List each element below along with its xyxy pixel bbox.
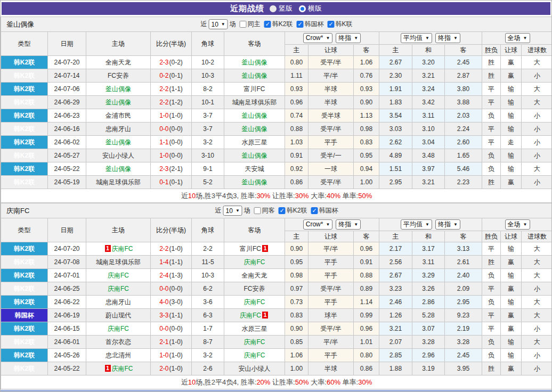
team-link[interactable]: 釜山偶像 [105,85,131,93]
avg-draw: 3.19 [412,362,445,375]
team-link[interactable]: 城南足球俱乐部 [232,99,277,106]
odds-stage-select[interactable]: 终指▼ [336,219,361,230]
team-link[interactable]: 庆南FC [244,338,265,346]
team-link[interactable]: 釜山偶像 [242,125,267,133]
layout-radio-0[interactable]: 竖版 [270,4,293,13]
same-venue-checkbox[interactable]: 同客 [254,206,275,215]
avg-away: 3.80 [445,83,482,96]
team-name[interactable]: 釜山偶像 [6,20,34,29]
league-checkbox-2[interactable]: 韩K联 [327,20,352,29]
team-link[interactable]: 釜山偶像 [242,112,267,119]
average-stage-select[interactable]: 终指▼ [435,219,460,230]
team-section-1: 庆南FC近10▼场同客韩K2联韩国杯类型日期主场比分(半场)角球客场Crow*▼… [1,203,552,389]
team-link[interactable]: 庆南FC [108,325,129,332]
team-link[interactable]: 安山小绿人 [239,365,271,372]
team-link[interactable]: 庆南FC [108,285,129,292]
team-name[interactable]: 庆南FC [6,206,29,216]
team-link[interactable]: 城南足球俱乐部 [96,178,141,186]
team-link[interactable]: 釜山偶像 [105,138,131,146]
scope-select[interactable]: 全场▼ [505,33,530,43]
league-checkbox-0[interactable]: 韩K2联 [279,206,307,215]
home-team-cell: 庆南FC [86,322,151,336]
team-link[interactable]: 釜山偶像 [242,72,267,79]
team-link[interactable]: 全南天龙 [242,272,267,279]
team-link[interactable]: 水原三星 [242,325,267,332]
corner-cell: 3-10 [192,149,224,162]
avg-home: 3.54 [379,109,412,123]
team-link[interactable]: 首尔衣恋 [105,338,131,346]
team-link[interactable]: 全南天龙 [105,59,131,66]
team-link[interactable]: 富川FC [240,245,261,252]
league-checkbox-1[interactable]: 韩国杯 [311,206,338,215]
summary-text: 20% [256,378,270,386]
team-link[interactable]: 水原三星 [242,138,267,146]
team-link[interactable]: 忠南牙山 [105,298,131,306]
team-link[interactable]: 釜山偶像 [105,165,131,173]
result-goals: 大 [522,162,552,176]
fulltime-score: 2-3 [159,59,168,66]
team-link[interactable]: 金浦市民 [105,112,131,119]
odds-stage-select[interactable]: 终指▼ [336,33,361,43]
team-link[interactable]: 庆南FC [244,258,265,266]
average-stage-select[interactable]: 终指▼ [435,33,460,43]
league-checkbox-2-label: 韩K联 [335,20,352,29]
avg-away: 3.95 [445,362,482,375]
team-link[interactable]: 蔚山现代 [105,312,131,319]
league-checkbox-1[interactable]: 韩国杯 [296,20,323,29]
team-link[interactable]: 天安城 [245,165,264,173]
match-count-select[interactable]: 10▼ [209,19,228,29]
team-link[interactable]: 庆南FC [112,245,133,252]
home-team-cell: 1庆南FC [86,242,151,256]
team-link[interactable]: 城南足球俱乐部 [96,258,141,266]
summary-row: 近10场,胜3平4负3, 胜率:30% 让胜率:30% 大率:40% 单率:50… [1,189,552,203]
column-header: 日期 [48,32,86,56]
avg-draw: 3.17 [412,242,445,256]
team-link[interactable]: 釜山偶像 [242,59,267,66]
avg-draw: 3.11 [412,109,445,123]
bookmaker-select[interactable]: Crow*▼ [303,33,333,43]
column-header: 比分(半场) [151,218,192,242]
result-goals: 小 [522,282,552,296]
home-team-cell: 金浦市民 [86,109,151,123]
league-checkbox-0[interactable]: 韩K2联 [264,20,293,29]
team-link[interactable]: 釜山偶像 [242,178,267,186]
team-link[interactable]: 忠北清州 [105,352,131,359]
team-link[interactable]: 庆南FC [244,352,265,359]
same-venue-checkbox[interactable]: 同主 [240,20,261,29]
team-link[interactable]: 庆南FC [244,298,265,306]
bookmaker-select-value: Crow* [306,220,323,228]
summary-text: 50% [358,192,372,200]
result-handicap: 输 [501,349,522,362]
avg-home: 1.83 [379,96,412,109]
odds-home: 0.97 [285,282,309,296]
scope-select[interactable]: 全场▼ [505,219,530,230]
team-link[interactable]: 安山小绿人 [102,152,134,159]
team-link[interactable]: 庆南FC [240,312,261,319]
league-type-cell: 韩K2联 [1,109,48,123]
result-wdl: 胜 [482,362,501,375]
average-select[interactable]: 平均值▼ [401,219,432,230]
sub-column-header: 和 [412,45,445,56]
team-link[interactable]: FC安养 [108,72,129,79]
team-link[interactable]: 富川FC [244,85,265,93]
chevron-down-icon: ▼ [453,222,458,227]
result-wdl: 平 [482,83,501,96]
summary-text: 60% [327,378,340,386]
checkbox-icon [240,21,247,28]
team-link[interactable]: 忠南牙山 [105,125,131,133]
summary-text: 大率: [309,191,327,201]
team-link[interactable]: 釜山偶像 [242,152,267,159]
team-link[interactable]: FC安养 [244,285,265,292]
average-select[interactable]: 平均值▼ [401,33,432,43]
layout-radio-1[interactable]: 横版 [299,4,322,13]
page: 近期战绩 竖版横版 釜山偶像近10▼场同主韩K2联韩国杯韩K联类型日期主场比分(… [0,0,552,392]
team-link[interactable]: 釜山偶像 [105,99,131,106]
away-team-cell: 庆南FC [224,336,285,349]
match-count-select[interactable]: 10▼ [223,206,242,216]
team-link[interactable]: 庆南FC [112,365,133,372]
bookmaker-select[interactable]: Crow*▼ [303,219,333,230]
score-cell: 1-0(1-0) [151,109,192,123]
red-card-badge: 1 [262,312,268,318]
team-link[interactable]: 庆南FC [108,272,129,279]
home-team-cell: 忠南牙山 [86,123,151,136]
